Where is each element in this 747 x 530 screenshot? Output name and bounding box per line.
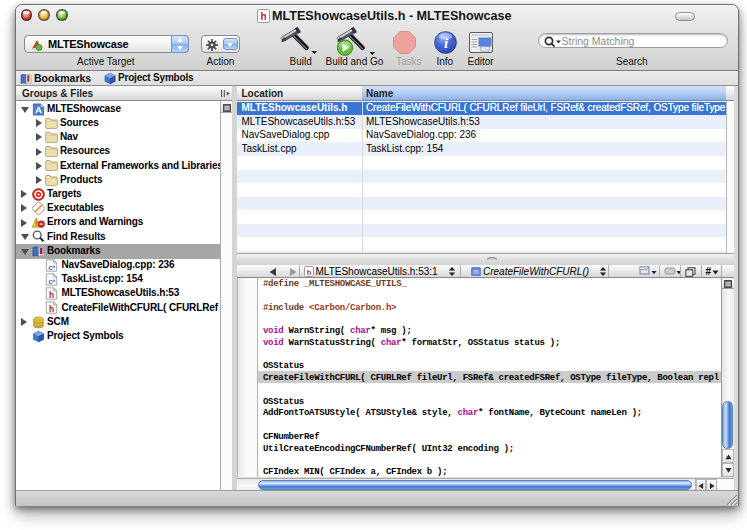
svg-text:m: m: [473, 268, 478, 275]
svg-text:TXL: TXL: [482, 47, 488, 51]
svg-text:!: !: [35, 220, 37, 227]
svg-text:h: h: [49, 290, 54, 300]
svg-text:c: c: [48, 263, 53, 272]
svg-text:h: h: [49, 304, 54, 314]
svg-text:h: h: [306, 267, 311, 276]
svg-text:h: h: [260, 11, 266, 22]
svg-text:c: c: [48, 277, 53, 286]
